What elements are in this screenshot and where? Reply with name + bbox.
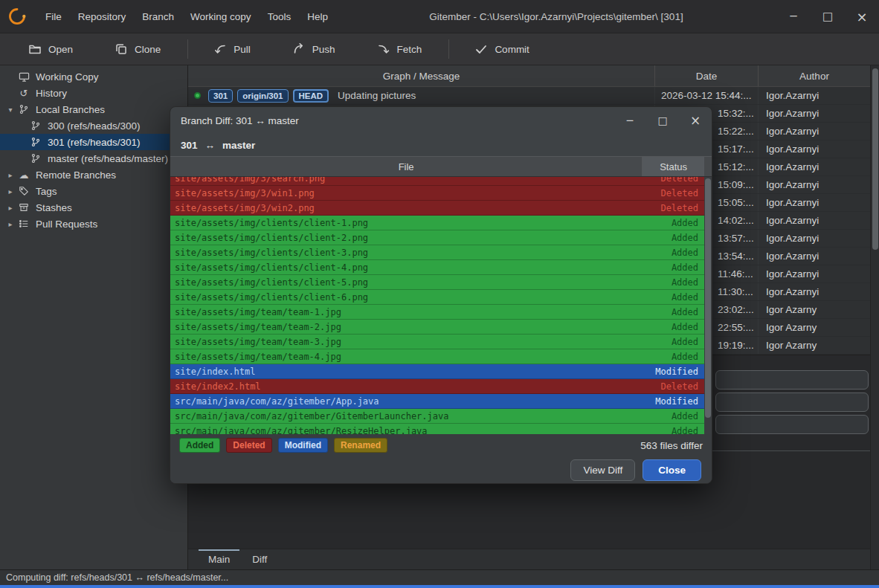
sidebar-item-working-copy[interactable]: Working Copy [0, 68, 187, 85]
diff-file-row[interactable]: src/main/java/com/az/gitember/ResizeHelp… [170, 424, 712, 434]
sidebar-item-remote-branches[interactable]: ▸ ☁ Remote Branches [0, 167, 187, 183]
app-logo-icon [7, 7, 27, 26]
column-header-status[interactable]: Status [643, 157, 704, 176]
detail-divider [712, 450, 870, 451]
push-button[interactable]: Push [280, 37, 347, 61]
diff-file-row[interactable]: site/assets/img/clients/client-6.pngAdde… [170, 290, 712, 305]
file-status-badge: Added [644, 352, 706, 362]
monitor-icon [16, 71, 31, 83]
pull-request-icon [16, 219, 31, 229]
menu-working-copy[interactable]: Working copy [182, 7, 260, 26]
file-path: site/assets/img/clients/client-1.png [170, 218, 644, 228]
progress-bar [0, 585, 879, 588]
file-status-badge: Modified [644, 396, 706, 407]
file-status-badge: Deleted [644, 188, 706, 198]
dialog-title: Branch Diff: 301 ↔ master [170, 115, 614, 126]
diff-file-row[interactable]: site/index2.htmlDeleted [170, 379, 712, 394]
open-button[interactable]: Open [16, 37, 85, 61]
sidebar-item-local-branches[interactable]: ▾ Local Branches [0, 101, 187, 117]
diff-file-row[interactable]: site/assets/img/3/search.pngDeleted [170, 177, 712, 186]
commit-check-icon [474, 42, 488, 56]
diff-file-row[interactable]: site/assets/img/team/team-1.jpgAdded [170, 305, 712, 320]
chevron-down-icon[interactable]: ▾ [4, 106, 16, 114]
commit-date: 2026-03-12 15:44:... [655, 87, 759, 104]
clone-button[interactable]: Clone [103, 37, 173, 61]
menu-file[interactable]: File [37, 7, 70, 26]
menu-help[interactable]: Help [299, 7, 336, 26]
diff-file-row[interactable]: site/assets/img/team/team-4.jpgAdded [170, 349, 712, 364]
cloud-icon: ☁ [16, 169, 31, 181]
scrollbar-thumb[interactable] [872, 68, 878, 250]
dialog-close-icon[interactable]: × [679, 107, 712, 134]
branch-icon [28, 137, 43, 147]
minimize-icon[interactable]: ─ [776, 0, 811, 33]
diff-file-row[interactable]: src/main/java/com/az/gitember/App.javaMo… [170, 394, 712, 409]
maximize-icon[interactable]: □ [811, 0, 845, 33]
tab-main[interactable]: Main [197, 549, 241, 569]
dialog-maximize-icon[interactable]: □ [646, 107, 679, 134]
sidebar-item-history[interactable]: ↺ History [0, 85, 187, 101]
sidebar-item-stashes[interactable]: ▸ Stashes [0, 199, 187, 216]
files-differ-count: 563 files differ [640, 440, 703, 451]
tag-icon [16, 186, 31, 196]
toolbar: Open Clone Pull Push Fetch Commit [0, 33, 879, 65]
diff-file-row[interactable]: site/assets/img/clients/client-5.pngAdde… [170, 275, 712, 290]
close-icon[interactable]: × [845, 0, 879, 33]
dialog-branch-compare: 301 ↔ master [170, 134, 712, 156]
diff-file-row[interactable]: site/assets/img/clients/client-4.pngAdde… [170, 260, 712, 275]
diff-file-row[interactable]: site/assets/img/clients/client-3.pngAdde… [170, 245, 712, 260]
fetch-button[interactable]: Fetch [365, 37, 434, 61]
diff-file-row[interactable]: src/main/java/com/az/gitember/GitemberLa… [170, 409, 712, 424]
diff-file-row[interactable]: site/assets/img/team/team-3.jpgAdded [170, 335, 712, 349]
detail-field[interactable] [715, 392, 869, 412]
sidebar-item-branch-master[interactable]: master (refs/heads/master) [0, 150, 187, 167]
branch-icon [16, 104, 31, 114]
diff-file-row[interactable]: site/assets/img/3/win2.pngDeleted [170, 201, 712, 216]
file-status-badge: Added [644, 307, 706, 317]
diff-file-row[interactable]: site/assets/img/clients/client-2.pngAdde… [170, 230, 712, 245]
file-path: site/assets/img/3/win2.png [170, 203, 644, 213]
branch-badge: 301 [208, 89, 233, 103]
sidebar-label: Working Copy [36, 71, 99, 83]
diff-file-row[interactable]: site/index.htmlModified [170, 364, 712, 379]
commit-author: Igor.Azarnyi [759, 176, 870, 193]
dialog-minimize-icon[interactable]: ─ [614, 107, 646, 134]
chevron-right-icon[interactable]: ▸ [4, 171, 16, 179]
detail-field[interactable] [715, 415, 869, 434]
menu-tools[interactable]: Tools [260, 7, 300, 26]
file-path: src/main/java/com/az/gitember/ResizeHelp… [170, 426, 644, 435]
pull-button[interactable]: Pull [202, 37, 263, 61]
tab-diff[interactable]: Diff [241, 549, 278, 569]
column-header-date[interactable]: Date [655, 65, 759, 86]
chevron-right-icon[interactable]: ▸ [4, 187, 16, 196]
diff-file-row[interactable]: site/assets/img/3/win1.pngDeleted [170, 186, 712, 201]
diff-file-row[interactable]: site/assets/img/clients/client-1.pngAdde… [170, 216, 712, 230]
dialog-scrollbar[interactable] [704, 177, 712, 434]
sidebar-label: master (refs/heads/master) [48, 153, 168, 164]
column-header-file[interactable]: File [170, 157, 643, 176]
sidebar-item-branch-301[interactable]: 301 (refs/heads/301) [0, 134, 187, 150]
branch-diff-dialog: Branch Diff: 301 ↔ master ─ □ × 301 ↔ ma… [170, 106, 712, 484]
column-header-graph-message[interactable]: Graph / Message [188, 65, 655, 86]
sidebar-item-pull-requests[interactable]: ▸ Pull Requests [0, 216, 187, 232]
chevron-right-icon[interactable]: ▸ [4, 204, 16, 212]
diff-file-row[interactable]: site/assets/img/team/team-2.jpgAdded [170, 320, 712, 335]
commit-row-selected[interactable]: 301 origin/301 HEAD Updating pictures 20… [188, 87, 870, 105]
legend-added: Added [179, 438, 220, 453]
menu-branch[interactable]: Branch [134, 7, 182, 26]
commit-graph-cell: 301 origin/301 HEAD Updating pictures [188, 87, 655, 104]
column-header-author[interactable]: Author [759, 65, 870, 86]
branch-icon [28, 120, 43, 131]
sidebar-item-branch-300[interactable]: 300 (refs/heads/300) [0, 117, 187, 134]
view-diff-button[interactable]: View Diff [570, 459, 635, 481]
file-path: site/assets/img/3/search.png [170, 177, 644, 184]
main-scrollbar[interactable] [870, 65, 879, 569]
commit-author: Igor.Azarnyi [759, 283, 870, 300]
menu-repository[interactable]: Repository [70, 7, 135, 26]
detail-field[interactable] [715, 370, 869, 390]
sidebar-item-tags[interactable]: ▸ Tags [0, 183, 187, 199]
close-button[interactable]: Close [643, 459, 701, 481]
commit-button[interactable]: Commit [463, 37, 541, 61]
chevron-right-icon[interactable]: ▸ [4, 220, 16, 228]
scrollbar-thumb[interactable] [705, 178, 711, 418]
